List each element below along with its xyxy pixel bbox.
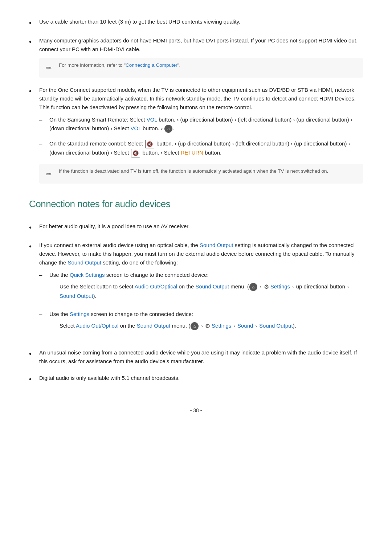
chevron-5: › bbox=[233, 323, 235, 330]
audio-bullet-3: • bbox=[29, 348, 37, 359]
settings-highlight-1: Settings bbox=[270, 283, 290, 290]
bullet-2: • bbox=[29, 36, 37, 47]
chevron-6: › bbox=[256, 323, 257, 330]
home-icon-2: ⌂ bbox=[249, 283, 257, 291]
audio-bullet-4: • bbox=[29, 374, 37, 385]
settings-screen-indent: Select Audio Out/Optical on the Sound Ou… bbox=[60, 321, 363, 331]
home-icon-3: ⌂ bbox=[191, 322, 199, 330]
sub-item-samsung-remote: – On the Samsung Smart Remote: Select VO… bbox=[39, 115, 363, 133]
dash-2: – bbox=[39, 139, 49, 148]
dash-1: – bbox=[39, 115, 49, 124]
sound-output-6: Sound Output bbox=[259, 323, 293, 329]
vol-highlight-2: VOL bbox=[130, 125, 141, 131]
dash-4: – bbox=[39, 310, 49, 319]
settings-highlight-2: Settings bbox=[70, 311, 89, 317]
one-connect-text: For the One Connect supported models, wh… bbox=[39, 87, 356, 110]
audio-list: • For better audio quality, it is a good… bbox=[29, 222, 363, 385]
unusual-noise-content: An unusual noise coming from a connected… bbox=[39, 348, 363, 366]
cable-text: Use a cable shorter than 10 feet (3 m) t… bbox=[39, 19, 240, 25]
chevron-2: › bbox=[292, 283, 294, 291]
mute-icon-1: 🔇 bbox=[145, 140, 154, 148]
bullet-3: • bbox=[29, 86, 37, 97]
digital-audio-text: Digital audio is only available with 5.1… bbox=[39, 375, 180, 381]
pencil-icon: ✏ bbox=[46, 62, 54, 74]
optical-content: If you connect an external audio device … bbox=[39, 241, 363, 340]
audio-bullet-1: • bbox=[29, 222, 37, 233]
standard-remote-content: On the standard remote control: Select 🔇… bbox=[49, 139, 363, 157]
list-item-cable: • Use a cable shorter than 10 feet (3 m)… bbox=[29, 17, 363, 28]
pencil-icon-2: ✏ bbox=[46, 168, 54, 180]
content-cable: Use a cable shorter than 10 feet (3 m) t… bbox=[39, 17, 363, 26]
audio-item-optical: • If you connect an external audio devic… bbox=[29, 241, 363, 340]
bullet-1: • bbox=[29, 17, 37, 28]
settings-icon-1: ⚙ bbox=[264, 282, 269, 292]
audio-out-optical-2: Audio Out/Optical bbox=[76, 323, 119, 329]
sound-output-2: Sound Output bbox=[68, 259, 101, 266]
sound-highlight: Sound bbox=[237, 323, 253, 329]
content-one-connect: For the One Connect supported models, wh… bbox=[39, 86, 363, 184]
sub-item-quick-settings: – Use the Quick Settings screen to chang… bbox=[39, 271, 363, 303]
dash-3: – bbox=[39, 271, 49, 279]
connecting-computer-link[interactable]: Connecting a Computer bbox=[126, 62, 177, 68]
return-highlight: RETURN bbox=[181, 149, 204, 156]
home-icon-1: ⌂ bbox=[164, 125, 172, 133]
list-item-hdmi: • Many computer graphics adaptors do not… bbox=[29, 36, 363, 78]
optical-text: If you connect an external audio device … bbox=[39, 242, 355, 266]
vol-highlight-1: VOL bbox=[147, 116, 157, 123]
digital-audio-content: Digital audio is only available with 5.1… bbox=[39, 374, 363, 382]
one-connect-note-text: If the function is deactivated and TV is… bbox=[59, 168, 328, 175]
hdmi-text: Many computer graphics adaptors do not h… bbox=[39, 37, 358, 52]
sub-item-settings-screen: – Use the Settings screen to change to t… bbox=[39, 310, 363, 334]
settings-icon-2: ⚙ bbox=[205, 321, 210, 331]
audio-item-av-receiver: • For better audio quality, it is a good… bbox=[29, 222, 363, 233]
av-receiver-text: For better audio quality, it is a good i… bbox=[39, 223, 190, 229]
sound-output-4: Sound Output bbox=[60, 293, 93, 299]
chevron-1: › bbox=[260, 283, 261, 291]
content-hdmi: Many computer graphics adaptors do not h… bbox=[39, 36, 363, 78]
settings-highlight-3: Settings bbox=[212, 323, 231, 329]
audio-bullet-2: • bbox=[29, 241, 37, 252]
quick-settings-content: Use the Quick Settings screen to change … bbox=[49, 271, 363, 303]
one-connect-note: ✏ If the function is deactivated and TV … bbox=[39, 164, 363, 184]
settings-screen-content: Use the Settings screen to change to the… bbox=[49, 310, 363, 334]
audio-item-unusual-noise: • An unusual noise coming from a connect… bbox=[29, 348, 363, 366]
page-number: - 38 - bbox=[29, 406, 363, 414]
unusual-noise-text: An unusual noise coming from a connected… bbox=[39, 349, 357, 364]
main-list: • Use a cable shorter than 10 feet (3 m)… bbox=[29, 17, 363, 184]
mute-icon-2: 🔇 bbox=[131, 149, 140, 157]
sound-output-3: Sound Output bbox=[195, 283, 229, 290]
chevron-3: › bbox=[347, 283, 349, 291]
section-title: Connection notes for audio devices bbox=[29, 197, 363, 212]
sub-item-standard-remote: – On the standard remote control: Select… bbox=[39, 139, 363, 157]
optical-sublist: – Use the Quick Settings screen to chang… bbox=[39, 271, 363, 334]
hdmi-note-text: For more information, refer to "Connecti… bbox=[59, 62, 180, 69]
list-item-one-connect: • For the One Connect supported models, … bbox=[29, 86, 363, 184]
quick-settings-highlight: Quick Settings bbox=[70, 272, 105, 278]
quick-settings-indent: Use the Select button to select Audio Ou… bbox=[60, 282, 363, 300]
chevron-4: › bbox=[201, 323, 203, 330]
one-connect-sublist: – On the Samsung Smart Remote: Select VO… bbox=[39, 115, 363, 157]
av-receiver-content: For better audio quality, it is a good i… bbox=[39, 222, 363, 231]
samsung-remote-content: On the Samsung Smart Remote: Select VOL … bbox=[49, 115, 363, 133]
hdmi-note: ✏ For more information, refer to "Connec… bbox=[39, 58, 363, 78]
audio-out-optical-1: Audio Out/Optical bbox=[135, 283, 177, 290]
sound-output-1: Sound Output bbox=[200, 242, 233, 248]
audio-item-digital-audio: • Digital audio is only available with 5… bbox=[29, 374, 363, 385]
sound-output-5: Sound Output bbox=[137, 323, 171, 329]
